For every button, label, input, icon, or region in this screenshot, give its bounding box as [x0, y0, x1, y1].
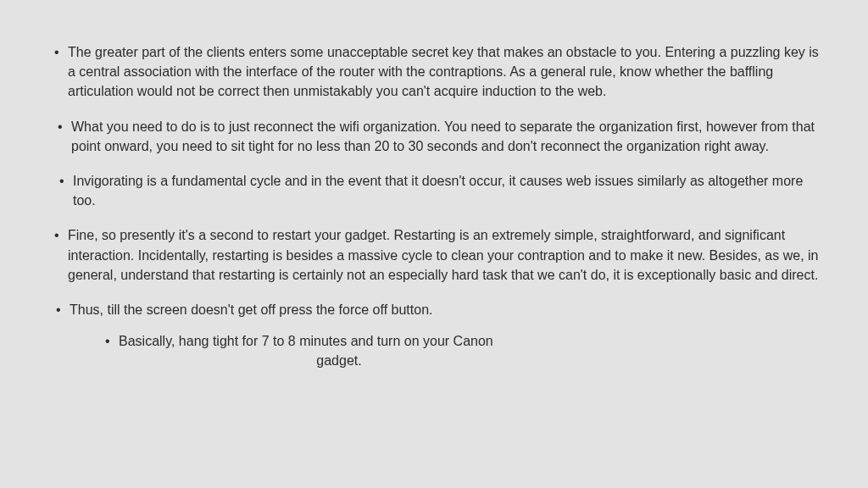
bullet-text: What you need to do is to just reconnect…	[71, 119, 815, 153]
bullet-text: Invigorating is a fundamental cycle and …	[73, 174, 803, 208]
list-item: Fine, so presently it's a second to rest…	[49, 225, 819, 285]
sub-bullet-text: Basically, hang tight for 7 to 8 minutes…	[119, 331, 819, 370]
list-item: What you need to do is to just reconnect…	[53, 117, 819, 156]
bullet-list: The greater part of the clients enters s…	[49, 42, 819, 370]
list-item: Basically, hang tight for 7 to 8 minutes…	[100, 331, 819, 370]
list-item: Invigorating is a fundamental cycle and …	[54, 171, 819, 210]
sub-bullet-line2: gadget.	[119, 351, 559, 370]
sub-bullet-line1: Basically, hang tight for 7 to 8 minutes…	[119, 334, 493, 348]
list-item: Thus, till the screen doesn't get off pr…	[51, 300, 819, 371]
list-item: The greater part of the clients enters s…	[49, 42, 819, 102]
bullet-text: The greater part of the clients enters s…	[68, 45, 819, 98]
sub-bullet-list: Basically, hang tight for 7 to 8 minutes…	[70, 331, 819, 370]
bullet-text: Fine, so presently it's a second to rest…	[68, 228, 818, 281]
bullet-text: Thus, till the screen doesn't get off pr…	[70, 302, 433, 317]
